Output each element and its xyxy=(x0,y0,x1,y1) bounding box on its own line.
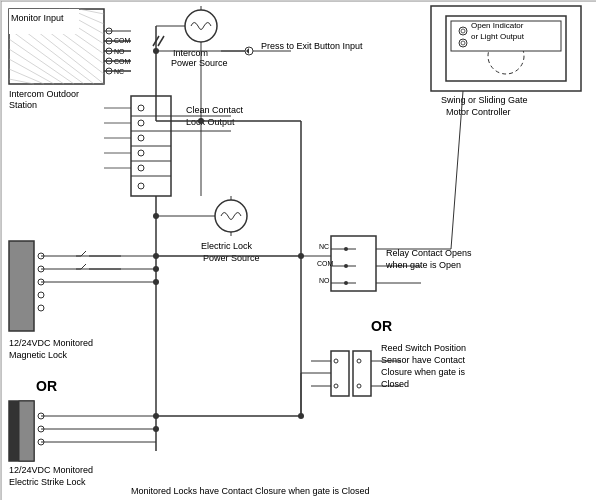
svg-text:Station: Station xyxy=(9,100,37,110)
svg-text:Intercom: Intercom xyxy=(173,48,208,58)
svg-text:Reed Switch Position: Reed Switch Position xyxy=(381,343,466,353)
wiring-diagram: Monitor Input COM NO COM NC Intercom Out… xyxy=(0,0,596,500)
svg-text:Power Source: Power Source xyxy=(203,253,260,263)
svg-text:Monitored Locks have Contact C: Monitored Locks have Contact Closure whe… xyxy=(131,486,370,496)
svg-point-86 xyxy=(153,266,159,272)
svg-text:OR: OR xyxy=(371,318,392,334)
svg-text:Intercom Outdoor: Intercom Outdoor xyxy=(9,89,79,99)
svg-text:OR: OR xyxy=(36,378,57,394)
svg-text:Closed: Closed xyxy=(381,379,409,389)
svg-text:Open Indicator: Open Indicator xyxy=(471,21,524,30)
svg-text:Magnetic Lock: Magnetic Lock xyxy=(9,350,68,360)
svg-text:when gate is Open: when gate is Open xyxy=(385,260,461,270)
svg-text:Electric Strike Lock: Electric Strike Lock xyxy=(9,477,86,487)
svg-text:Press to Exit Button Input: Press to Exit Button Input xyxy=(261,41,363,51)
svg-point-69 xyxy=(215,200,247,232)
svg-rect-124 xyxy=(353,351,371,396)
svg-rect-92 xyxy=(19,401,34,461)
svg-point-169 xyxy=(199,119,204,124)
svg-text:Closure when gate is: Closure when gate is xyxy=(381,367,466,377)
svg-point-87 xyxy=(153,279,159,285)
svg-text:NO: NO xyxy=(319,277,330,284)
svg-text:or Light Output: or Light Output xyxy=(471,32,525,41)
svg-text:Swing or Sliding Gate: Swing or Sliding Gate xyxy=(441,95,528,105)
svg-text:NC: NC xyxy=(319,243,329,250)
svg-text:Electric Lock: Electric Lock xyxy=(201,241,253,251)
svg-text:Lock Output: Lock Output xyxy=(186,117,235,127)
svg-text:12/24VDC Monitored: 12/24VDC Monitored xyxy=(9,338,93,348)
svg-text:Motor Controller: Motor Controller xyxy=(446,107,511,117)
svg-point-35 xyxy=(185,10,217,42)
svg-point-173 xyxy=(298,413,304,419)
svg-rect-123 xyxy=(331,351,349,396)
svg-point-114 xyxy=(344,264,348,268)
svg-text:12/24VDC Monitored: 12/24VDC Monitored xyxy=(9,465,93,475)
svg-point-75 xyxy=(153,213,159,219)
svg-rect-76 xyxy=(9,241,34,331)
svg-text:Sensor have Contact: Sensor have Contact xyxy=(381,355,466,365)
svg-point-113 xyxy=(344,247,348,251)
svg-point-100 xyxy=(153,426,159,432)
svg-text:Power Source: Power Source xyxy=(171,58,228,68)
svg-text:Clean Contact: Clean Contact xyxy=(186,105,244,115)
svg-point-48 xyxy=(153,48,159,54)
svg-text:Monitor Input: Monitor Input xyxy=(11,13,64,23)
svg-point-115 xyxy=(344,281,348,285)
